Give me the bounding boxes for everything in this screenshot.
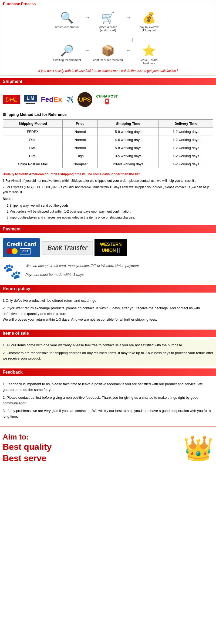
aim-line-1: Best quality	[3, 441, 52, 453]
payment-info: 🐾 We can accept credit card, moneybooker…	[0, 260, 216, 283]
step-search-label: search our product	[55, 25, 79, 29]
table-cell: UPS	[3, 152, 63, 160]
search-icon: 🔍	[60, 11, 74, 24]
arrow-2: →	[126, 11, 131, 21]
step-search: 🔍 search our product	[52, 11, 82, 29]
aim-line-2: Best serve	[3, 453, 52, 464]
step-feedback-label: leave 5 stars feedback	[134, 58, 164, 65]
arrow-1: →	[85, 11, 90, 21]
fedex-logo: FedEx	[41, 95, 62, 104]
table-row: UPSHigh3-5 working days1-2 working days	[3, 152, 213, 160]
table-cell: 5-8 working days	[97, 128, 158, 136]
table-cell: Normal	[63, 128, 98, 136]
list-item: 1.Shipping way :we will send out the goo…	[7, 203, 213, 208]
table-cell: 5-8 working days	[97, 144, 158, 152]
table-cell: 4-6 working days	[97, 136, 158, 144]
table-row: FEDEXNormal5-8 working days1-2 working d…	[3, 128, 213, 136]
feedback-icon: ⭐	[142, 44, 156, 57]
mascot-icon: 🐾	[3, 263, 21, 280]
aim-to-label: Aim to:	[3, 433, 52, 441]
confirm-icon: 📦	[101, 44, 115, 57]
western-union-badge: WESTERN UNION ||	[94, 239, 127, 256]
note-south-america: Usually to South American countries ship…	[3, 172, 213, 177]
fedex-airplane: ✈️	[66, 96, 73, 103]
payment-logos: Credit Card VISA Bank Transfer WESTERN U…	[0, 236, 216, 260]
aim-left: Aim to: Best quality Best serve	[3, 433, 52, 464]
step-feedback: ⭐ leave 5 stars feedback	[134, 44, 164, 65]
col-shipping-time: Shipping Time	[97, 120, 158, 128]
shipping-list-title: Shipping Method List for Reference	[0, 111, 216, 118]
return-line-2: 2. If you want return exchange products …	[3, 306, 213, 322]
items-line-2: 2. Customers are responsible for shippin…	[3, 350, 213, 362]
table-cell: 3-5 working days	[97, 152, 158, 160]
note-list: 1.Shipping way :we will send out the goo…	[3, 203, 213, 220]
step-confirm-label: confirm order received	[93, 58, 123, 62]
satisfaction-note: If you don't satisfy with it, please fee…	[3, 69, 213, 73]
step-confirm: 📦 confirm order received	[93, 44, 123, 62]
items-header: Items of sale	[0, 330, 216, 337]
table-cell: High	[63, 152, 98, 160]
shipment-section: Shipment DHL LIM ▬▬▬▬ FedEx ✈️ UPS CHINA…	[0, 78, 216, 223]
table-cell: 1-2 working days	[159, 136, 213, 144]
table-cell: Cheapest	[63, 160, 98, 168]
aim-best: Best quality Best serve	[3, 441, 52, 464]
table-row: DHLNormal4-6 working days1-2 working day…	[3, 136, 213, 144]
table-cell: Normal	[63, 144, 98, 152]
table-cell: 1-2 working days	[159, 152, 213, 160]
crown-icon: 👑	[183, 434, 213, 462]
payment-section: Payment Credit Card VISA Bank Transfer W…	[0, 225, 216, 283]
table-row: China Post Air MailCheapest20-60 working…	[3, 160, 213, 168]
chinapost-logo: CHINA POST 📮	[96, 94, 118, 105]
shipping-notes: Usually to South American countries ship…	[0, 170, 216, 223]
list-item: 2.Most orders will be shipped out within…	[7, 209, 213, 214]
step-pay-label: pay by excrow(TT,paypal)	[140, 25, 158, 32]
step-await-label: awaiting for shipment	[53, 58, 81, 62]
note-express: 2.For Express (EMS,FEDEX,DHL,UPS),if you…	[3, 185, 213, 194]
process-steps-container: 🔍 search our product → 🛒 place a order(a…	[3, 9, 213, 68]
ups-logo: UPS	[77, 92, 92, 107]
step-cart-label: place a order(add to cart)	[99, 25, 117, 32]
table-cell: DHL	[3, 136, 63, 144]
purchase-process-title: Purchase Process	[3, 2, 213, 6]
feedback-header: Feedback	[0, 368, 216, 376]
feedback-line-2: 2. Please contact us first before giving…	[3, 395, 213, 406]
return-header: Return policy	[0, 285, 216, 293]
carrier-logos: DHL LIM ▬▬▬▬ FedEx ✈️ UPS CHINA POST 📮	[0, 88, 216, 111]
table-cell: EMS	[3, 144, 63, 152]
step-pay: 💰 pay by excrow(TT,paypal)	[134, 11, 164, 32]
items-line-1: 1. All our items come with one year warr…	[3, 343, 213, 348]
table-cell: China Post Air Mail	[3, 160, 63, 168]
note-airmail: 1.For Airmail ,If you did not receive it…	[3, 178, 213, 183]
step-cart: 🛒 place a order(add to cart)	[93, 11, 123, 32]
payment-header: Payment	[0, 225, 216, 233]
return-line-1: 1.Only defective product will be offered…	[3, 298, 213, 304]
pay-icon: 💰	[142, 11, 156, 24]
step-await: 🔎 awaiting for shipment	[52, 44, 82, 62]
dhl-logo: DHL	[3, 95, 20, 104]
table-row: EMSNormal5-8 working days1-2 working day…	[3, 144, 213, 152]
payment-text-2: Payment must be made within 3 days.	[25, 271, 140, 278]
arrow-3: ←	[126, 44, 131, 54]
shipment-header: Shipment	[0, 78, 216, 85]
col-price: Price	[63, 120, 98, 128]
lim-logo: LIM	[24, 95, 37, 102]
table-cell: 1-2 working days	[159, 144, 213, 152]
table-cell: Normal	[63, 136, 98, 144]
table-cell: 1-2 working days	[159, 128, 213, 136]
feedback-line-3: 3. If any problems, we are very glad if …	[3, 408, 213, 420]
purchase-process-section: Purchase Process 🔍 search our product → …	[0, 0, 216, 76]
items-section: Items of sale 1. All our items come with…	[0, 330, 216, 366]
bottom-row: ⭐ leave 5 stars feedback ← 📦 confirm ord…	[6, 44, 210, 65]
col-method: Shipping Method	[3, 120, 63, 128]
bank-transfer-badge: Bank Transfer	[42, 241, 93, 254]
shipping-table: Shipping Method Price Shipping Time Deli…	[3, 119, 213, 168]
arrow-4: ←	[85, 44, 90, 54]
table-cell: FEDEX	[3, 128, 63, 136]
feedback-section: Feedback 1. Feedback is important to us,…	[0, 368, 216, 424]
top-row: 🔍 search our product → 🛒 place a order(a…	[6, 11, 210, 32]
credit-card-badge: Credit Card VISA	[3, 238, 40, 257]
feedback-content: 1. Feedback is important to us, please t…	[0, 379, 216, 424]
return-section: Return policy 1.Only defective product w…	[0, 285, 216, 327]
table-cell: 20-60 working days	[97, 160, 158, 168]
aim-section: Aim to: Best quality Best serve 👑	[0, 427, 216, 469]
